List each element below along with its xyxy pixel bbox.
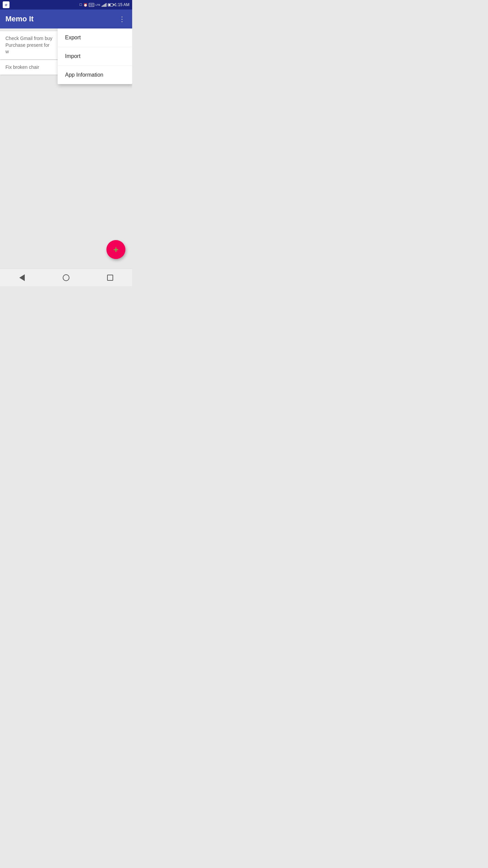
dropdown-menu: Export Import App Information [58, 28, 132, 84]
dropdown-overlay[interactable]: Export Import App Information [0, 28, 132, 286]
dropdown-item-app-info[interactable]: App Information [58, 66, 132, 84]
signal-bar-1 [102, 6, 102, 7]
lte-icon: LTE [96, 3, 100, 6]
sim-icon: ☐ [79, 3, 82, 6]
status-bar-right: ☐ ⏰ HD LTE 1:15 AM [79, 2, 129, 7]
hd-icon: HD [89, 3, 94, 7]
signal-bar-3 [104, 4, 104, 7]
signal-bar-5 [106, 3, 106, 7]
battery-fill [108, 4, 110, 6]
status-bar: σ ☐ ⏰ HD LTE 1:15 AM [0, 0, 132, 9]
dropdown-item-import[interactable]: Import [58, 47, 132, 66]
signal-bar-2 [103, 5, 103, 7]
signal-bar-4 [105, 4, 105, 7]
overflow-menu-icon[interactable]: ⋮ [117, 14, 127, 24]
main-content: Check Gmail from buyPurchase present for… [0, 28, 132, 286]
app-header: Memo It ⋮ [0, 9, 132, 28]
app-container: σ ☐ ⏰ HD LTE 1:15 AM [0, 0, 132, 286]
dropdown-item-export[interactable]: Export [58, 28, 132, 47]
status-bar-left: σ [3, 1, 9, 8]
signal-bars [102, 3, 106, 7]
status-time: 1:15 AM [115, 2, 129, 7]
battery-icon [108, 3, 113, 6]
alarm-icon: ⏰ [83, 3, 87, 7]
app-status-icon: σ [3, 1, 9, 8]
app-title: Memo It [5, 15, 117, 23]
